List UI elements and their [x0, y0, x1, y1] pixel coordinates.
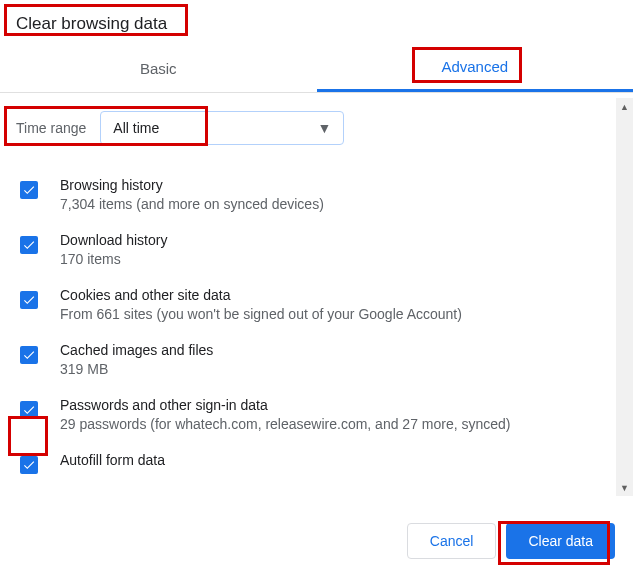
tab-basic[interactable]: Basic	[0, 44, 317, 92]
item-subtitle: 7,304 items (and more on synced devices)	[60, 196, 617, 212]
checkbox-autofill[interactable]	[20, 456, 38, 474]
list-item: Passwords and other sign-in data 29 pass…	[16, 387, 617, 442]
list-item: Cached images and files 319 MB	[16, 332, 617, 387]
check-icon	[22, 293, 36, 307]
checkbox-cached[interactable]	[20, 346, 38, 364]
checkbox-download-history[interactable]	[20, 236, 38, 254]
dialog-title: Clear browsing data	[0, 0, 633, 44]
scroll-down-icon[interactable]: ▼	[616, 479, 633, 496]
checkbox-cookies[interactable]	[20, 291, 38, 309]
item-subtitle: 29 passwords (for whatech.com, releasewi…	[60, 416, 617, 432]
content-area: Time range All time ▼ Browsing history 7…	[0, 93, 633, 493]
tabs: Basic Advanced	[0, 44, 633, 92]
time-range-row: Time range All time ▼	[16, 111, 617, 145]
checkbox-browsing-history[interactable]	[20, 181, 38, 199]
item-title: Browsing history	[60, 177, 617, 193]
dialog-footer: Cancel Clear data	[0, 507, 633, 575]
chevron-down-icon: ▼	[317, 120, 331, 136]
item-subtitle: 319 MB	[60, 361, 617, 377]
time-range-value: All time	[113, 120, 159, 136]
scrollbar[interactable]: ▲ ▼	[616, 98, 633, 496]
check-icon	[22, 183, 36, 197]
checkbox-passwords[interactable]	[20, 401, 38, 419]
clear-data-button[interactable]: Clear data	[506, 523, 615, 559]
check-icon	[22, 348, 36, 362]
time-range-select[interactable]: All time ▼	[100, 111, 344, 145]
item-subtitle: From 661 sites (you won't be signed out …	[60, 306, 617, 322]
check-icon	[22, 403, 36, 417]
cancel-button[interactable]: Cancel	[407, 523, 497, 559]
list-item: Download history 170 items	[16, 222, 617, 277]
item-title: Cached images and files	[60, 342, 617, 358]
check-icon	[22, 458, 36, 472]
list-item: Browsing history 7,304 items (and more o…	[16, 167, 617, 222]
item-subtitle: 170 items	[60, 251, 617, 267]
time-range-label: Time range	[16, 120, 86, 136]
item-title: Passwords and other sign-in data	[60, 397, 617, 413]
item-title: Cookies and other site data	[60, 287, 617, 303]
check-icon	[22, 238, 36, 252]
item-title: Autofill form data	[60, 452, 617, 468]
item-title: Download history	[60, 232, 617, 248]
tab-advanced[interactable]: Advanced	[317, 44, 634, 92]
list-item: Cookies and other site data From 661 sit…	[16, 277, 617, 332]
scroll-up-icon[interactable]: ▲	[616, 98, 633, 115]
list-item: Autofill form data	[16, 442, 617, 484]
